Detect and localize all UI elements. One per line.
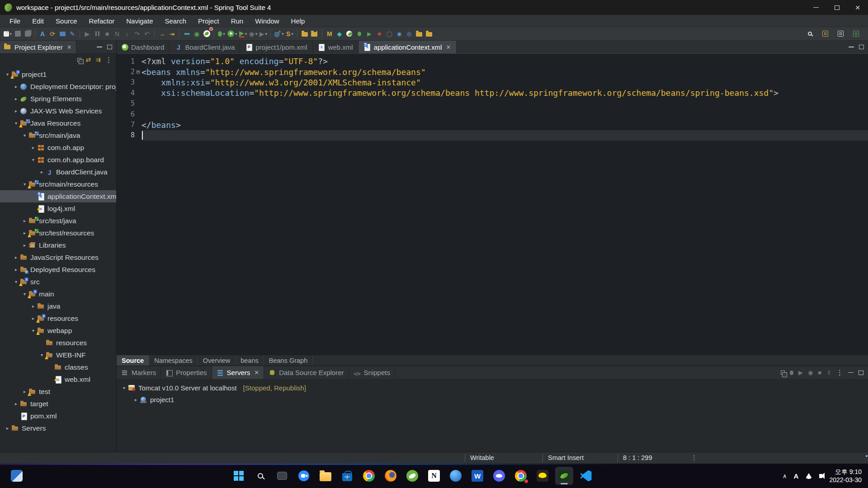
collapse-all-icon[interactable] — [77, 58, 81, 62]
step-return-icon[interactable]: ↶ — [142, 28, 152, 39]
expand-icon[interactable] — [21, 133, 28, 138]
minimize-editor-icon[interactable] — [849, 47, 854, 47]
quick-search-icon[interactable] — [805, 28, 815, 39]
tab-markers[interactable]: Markers — [117, 366, 161, 379]
tab-servers[interactable]: Servers ✕ — [212, 366, 264, 379]
expand-icon[interactable] — [21, 218, 28, 223]
tab-source[interactable]: Source — [117, 355, 149, 366]
tree-item-src-main-java[interactable]: src/main/java — [0, 129, 116, 141]
kakaotalk-icon[interactable] — [533, 467, 552, 485]
menu-edit[interactable]: Edit — [26, 17, 50, 25]
tree-item-jaxws[interactable]: JAX-WS Web Services — [0, 105, 116, 117]
tree-item-log4j[interactable]: xlog4j.xml — [0, 202, 116, 215]
tree-item-com-oh-app[interactable]: com.oh.app — [0, 141, 116, 154]
window-close-button[interactable]: ✕ — [847, 0, 868, 15]
profile-alt-icon[interactable]: ◯ — [384, 28, 394, 39]
pen-icon[interactable]: ✎ — [67, 28, 77, 39]
stop-server-icon[interactable]: ■ — [374, 28, 384, 39]
menu-source[interactable]: Source — [50, 17, 83, 25]
debug-server-icon[interactable] — [790, 371, 793, 375]
volume-icon[interactable] — [819, 474, 822, 478]
annotation-icon[interactable]: A — [38, 28, 47, 39]
resume-icon[interactable]: ▶ — [82, 28, 92, 39]
link-with-editor-icon[interactable]: ⇄ — [86, 56, 91, 63]
tab-beans-graph[interactable]: Beans Graph — [264, 355, 313, 366]
tree-item-src[interactable]: src — [0, 276, 116, 288]
window-maximize-button[interactable] — [826, 0, 847, 15]
notion-icon[interactable] — [425, 467, 443, 485]
folder-import-icon[interactable] — [424, 28, 434, 39]
tree-item-java-resources[interactable]: Java Resources — [0, 117, 116, 129]
firefox-icon[interactable] — [382, 467, 400, 485]
publish-server-icon[interactable]: ⇪ — [826, 370, 831, 375]
maximize-view-icon[interactable] — [859, 371, 863, 375]
tree-item-classes[interactable]: classes — [0, 361, 116, 373]
tree-item-project1[interactable]: project1 — [0, 68, 116, 80]
view-menu-icon[interactable]: ⋮ — [836, 369, 843, 376]
focus-on-active-task-icon[interactable]: ⇉ — [95, 56, 101, 63]
tree-item-libraries[interactable]: Libraries — [0, 239, 116, 251]
file-explorer-icon[interactable] — [316, 467, 335, 485]
window-minimize-button[interactable] — [806, 0, 826, 15]
ime-indicator[interactable]: A — [794, 472, 799, 480]
chrome-icon[interactable] — [360, 467, 378, 485]
view-menu-icon[interactable]: ⋮ — [105, 56, 112, 63]
new-wizard-icon[interactable]: +▾ — [3, 28, 13, 39]
expand-icon[interactable] — [12, 401, 20, 406]
suspend-icon[interactable] — [92, 28, 102, 39]
stop-server-icon[interactable]: ■ — [818, 370, 821, 375]
tray-expand-icon[interactable]: ∧ — [783, 473, 787, 479]
step-over-icon[interactable]: ↷ — [132, 28, 142, 39]
profile-server-icon[interactable]: ◉ — [808, 370, 813, 375]
status-menu-icon[interactable]: ⋮ — [691, 454, 698, 461]
expand-icon[interactable] — [29, 145, 37, 150]
mini-debug-icon[interactable] — [354, 28, 364, 39]
debug-icon[interactable]: ▾ — [217, 28, 226, 39]
tab-dashboard[interactable]: Dashboard — [117, 41, 170, 53]
tab-boardclient[interactable]: BoardClient.java — [170, 41, 240, 53]
open-perspective-icon[interactable] — [835, 28, 845, 39]
save-icon[interactable] — [13, 28, 23, 39]
menu-run[interactable]: Run — [225, 17, 250, 25]
tree-item-pom-xml[interactable]: Ppom.xml — [0, 410, 116, 422]
tab-data-source-explorer[interactable]: Data Source Explorer — [264, 366, 349, 379]
expand-icon[interactable] — [12, 267, 20, 272]
tab-overview[interactable]: Overview — [198, 355, 236, 366]
build-icon[interactable]: ⟳ — [47, 28, 57, 39]
tree-item-src-main-resources[interactable]: src/main/resources — [0, 178, 116, 190]
menu-help[interactable]: Help — [285, 17, 311, 25]
power-icon[interactable]: ◉ — [192, 28, 202, 39]
tree-item-web-xml[interactable]: xweb.xml — [0, 373, 116, 385]
tab-properties[interactable]: Properties — [161, 366, 212, 379]
tree-item-java[interactable]: java — [0, 300, 116, 312]
spring-perspective-icon[interactable] — [851, 28, 861, 39]
tab-web-xml[interactable]: x web.xml — [313, 41, 359, 53]
disconnect-icon[interactable]: N — [112, 28, 122, 39]
server-item-tomcat[interactable]: Tomcat v10.0 Server at localhost [Stoppe… — [117, 382, 868, 394]
fold-toggle-icon[interactable] — [136, 70, 140, 74]
tree-item-main[interactable]: main — [0, 288, 116, 300]
close-tab-icon[interactable]: ✕ — [446, 44, 451, 51]
jee-perspective-icon[interactable] — [820, 28, 830, 39]
expand-icon[interactable] — [12, 255, 20, 260]
menu-refactor[interactable]: Refactor — [83, 17, 121, 25]
next-annotation-icon[interactable]: ⇥ — [167, 28, 177, 39]
tree-item-web-inf[interactable]: WEB-INF — [0, 349, 116, 361]
palette-icon[interactable]: ◆ — [335, 28, 344, 39]
profile-icon[interactable]: ◉▾ — [248, 28, 259, 39]
taskbar-widget-icon[interactable] — [11, 470, 23, 482]
mini-run-icon[interactable]: ▶ — [364, 28, 374, 39]
tab-project-explorer[interactable]: Project Explorer ✕ — [0, 41, 76, 53]
menu-project[interactable]: Project — [192, 17, 225, 25]
tree-item-servers[interactable]: Servers — [0, 422, 116, 434]
blue-app-icon[interactable] — [447, 467, 465, 485]
tree-item-src-test-java[interactable]: src/test/java — [0, 215, 116, 227]
folder-open-icon[interactable] — [414, 28, 424, 39]
tab-namespaces[interactable]: Namespaces — [149, 355, 198, 366]
menu-search[interactable]: Search — [159, 17, 192, 25]
expand-icon[interactable] — [29, 157, 37, 162]
tab-pom[interactable]: P project1/pom.xml — [240, 41, 312, 53]
start-button[interactable] — [230, 467, 248, 485]
maximize-editor-icon[interactable] — [859, 45, 864, 49]
menu-file[interactable]: File — [4, 17, 26, 25]
